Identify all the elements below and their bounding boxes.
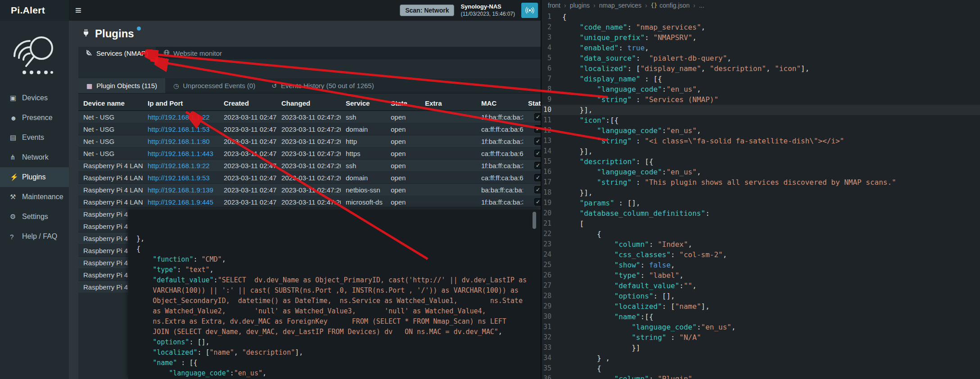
ip-port-link[interactable]: http://192.168.1.1:22 <box>148 113 210 121</box>
table-row[interactable]: Raspberry Pi 4 LANhttp://192.168.1.9:445… <box>78 196 541 208</box>
code-line: 23 "column": "Index", <box>542 239 980 250</box>
ip-port-link[interactable]: http://192.168.1.1:53 <box>148 125 210 133</box>
ip-port-link[interactable]: http://192.168.1.9:139 <box>148 186 213 194</box>
json-braces-icon: {} <box>651 2 657 9</box>
line-content: "string" : "N/A" <box>562 332 701 343</box>
overlay-scrollbar[interactable] <box>533 212 536 229</box>
table-cell: 2023-03-11 02:47:20 <box>219 150 276 157</box>
code-line: 25 "show": false, <box>542 260 980 270</box>
table-cell: domain <box>341 125 386 133</box>
table-cell: netbios-ssn <box>341 186 386 194</box>
status-checkbox[interactable]: ✓ <box>534 162 541 169</box>
sidebar-item-settings[interactable]: ⚙Settings <box>0 207 69 227</box>
editor-code[interactable]: 1{2 "code_name": "nmap_services",3 "uniq… <box>542 11 980 379</box>
breadcrumb-item[interactable]: plugins <box>570 2 590 9</box>
sidebar-item-help[interactable]: ?Help / FAQ <box>0 227 69 246</box>
table-cell: 1f:ba:ff:ca:ba:34 <box>476 138 523 145</box>
ip-port-link[interactable]: http://192.168.1.9:53 <box>148 174 210 182</box>
breadcrumb-item[interactable]: ... <box>699 2 705 9</box>
ip-port-cell: http://192.168.1.9:445 <box>143 198 219 206</box>
code-line: 26 "type": "label", <box>542 270 980 281</box>
table-cell: http <box>341 138 386 145</box>
sidebar-item-events[interactable]: ▤Events <box>0 128 69 147</box>
status-checkbox[interactable]: ✓ <box>534 186 541 193</box>
table-row[interactable]: Raspberry Pi 4 LANhttp://192.168.1.9:532… <box>78 172 541 184</box>
status-checkbox[interactable]: ✓ <box>534 113 541 120</box>
sidebar-item-network[interactable]: ⋔Network <box>0 147 69 167</box>
line-number: 33 <box>542 343 562 353</box>
code-line: 8 "language_code":"en_us", <box>542 84 980 94</box>
line-content: [ <box>562 218 584 229</box>
table-cell: ssh <box>341 113 386 121</box>
status-checkbox[interactable]: ✓ <box>534 150 541 157</box>
code-line: 33 }] <box>542 343 980 353</box>
line-number: 22 <box>542 229 562 239</box>
breadcrumb-item[interactable]: front <box>548 2 560 9</box>
breadcrumb-label: nmap_services <box>599 2 641 9</box>
sidebar-item-label: Settings <box>22 213 48 221</box>
scan-status-badge: Scan: Network <box>400 4 454 16</box>
line-number: 21 <box>542 218 562 229</box>
subtab-plugin-objects[interactable]: ▦ Plugin Objects (115) <box>78 78 165 93</box>
status-checkbox[interactable]: ✓ <box>534 138 541 145</box>
sidebar-item-label: Help / FAQ <box>22 232 57 241</box>
breadcrumb-item[interactable]: nmap_services <box>599 2 641 9</box>
line-content: "string" : "Services (NMAP)" <box>562 94 718 105</box>
column-header: Created <box>219 99 276 107</box>
sidebar-item-devices[interactable]: ▣Devices <box>0 88 69 108</box>
line-number: 8 <box>542 84 562 94</box>
sidebar-item-label: Events <box>22 134 44 142</box>
table-cell: 1f:ba:ff:ca:ba:34 <box>476 162 523 169</box>
line-content: JOIN (SELECT dev_Name, dev_MAC, dev_Last… <box>136 328 502 336</box>
status-cell: ✓ <box>523 138 541 145</box>
column-header: Device name <box>78 99 143 107</box>
tab-website-monitor[interactable]: Website monitor <box>156 47 230 59</box>
line-content: "unique_prefix": "NMAPSRV", <box>562 32 697 43</box>
sidebar-item-presence[interactable]: ☻Presence <box>0 108 69 128</box>
line-number: 15 <box>542 156 562 167</box>
breadcrumb-separator: › <box>593 2 596 9</box>
code-line: 27 "default_value":"", <box>542 281 980 291</box>
line-number: 32 <box>542 332 562 343</box>
topbar: ≡ Scan: Network Synology-NAS (11/03/2023… <box>69 0 541 21</box>
status-checkbox[interactable]: ✓ <box>534 125 541 133</box>
status-checkbox[interactable]: ✓ <box>534 198 541 205</box>
app-logo[interactable]: Pi.Alert <box>0 0 69 21</box>
ip-port-link[interactable]: http://192.168.1.1:80 <box>148 138 210 145</box>
table-row[interactable]: Net - USGhttp://192.168.1.1:222023-03-11… <box>78 111 541 123</box>
code-line: 3 "unique_prefix": "NMAPSRV", <box>542 32 980 43</box>
config-sql-overlay: },{ "function": "CMD", "type": "text", "… <box>128 210 541 379</box>
status-cell: ✓ <box>523 113 541 120</box>
table-row[interactable]: Net - USGhttp://192.168.1.1:4432023-03-1… <box>78 147 541 160</box>
subtab-unprocessed-events[interactable]: ◷ Unprocessed Events (0) <box>165 78 263 93</box>
menu-toggle-icon[interactable]: ≡ <box>75 5 81 16</box>
breadcrumb-item[interactable]: {}config.json <box>651 2 690 9</box>
table-cell: ca:ff:ff:ca:ba:6d <box>476 150 523 157</box>
table-row[interactable]: Raspberry Pi 4 LANhttp://192.168.1.9:222… <box>78 160 541 172</box>
sidebar-item-maintenance[interactable]: ⚒Maintenance <box>0 187 69 207</box>
line-number: 10 <box>542 105 562 115</box>
subtab-events-history[interactable]: ↺ Events History (50 out of 1265) <box>263 78 382 93</box>
line-content: as Watched_Value2, 'null' as Watched_Val… <box>136 307 486 315</box>
sidebar-item-plugins[interactable]: ⚡Plugins <box>0 167 69 187</box>
table-cell: 2023-03-11 02:47:20 <box>276 150 341 157</box>
code-line: Object_SecondaryID, datetime() as DateTi… <box>136 296 541 306</box>
host-info: Synology-NAS (11/03/2023, 15:46:07) <box>461 3 515 18</box>
sidebar-item-label: Presence <box>22 114 53 122</box>
table-cell: 2023-03-11 02:47:20 <box>219 198 276 206</box>
ip-port-cell: http://192.168.1.9:53 <box>143 174 219 182</box>
broadcast-icon[interactable] <box>521 3 538 18</box>
status-checkbox[interactable]: ✓ <box>534 174 541 181</box>
ip-port-cell: http://192.168.1.1:80 <box>143 138 219 145</box>
line-content: "type": "label", <box>562 270 684 281</box>
ip-port-link[interactable]: http://192.168.1.9:445 <box>148 198 213 206</box>
table-row[interactable]: Raspberry Pi 4 LANhttp://192.168.1.9:139… <box>78 184 541 196</box>
tab-services-nmap[interactable]: Services (NMAP) <box>78 47 156 59</box>
ip-port-link[interactable]: http://192.168.1.9:22 <box>148 162 210 169</box>
ip-port-link[interactable]: http://192.168.1.1:443 <box>148 150 213 157</box>
code-line: "options": [], <box>136 337 541 348</box>
table-row[interactable]: Net - USGhttp://192.168.1.1:532023-03-11… <box>78 123 541 135</box>
code-line: 11 "icon":[{ <box>542 115 980 125</box>
table-cell: open <box>386 174 420 182</box>
table-row[interactable]: Net - USGhttp://192.168.1.1:802023-03-11… <box>78 135 541 147</box>
